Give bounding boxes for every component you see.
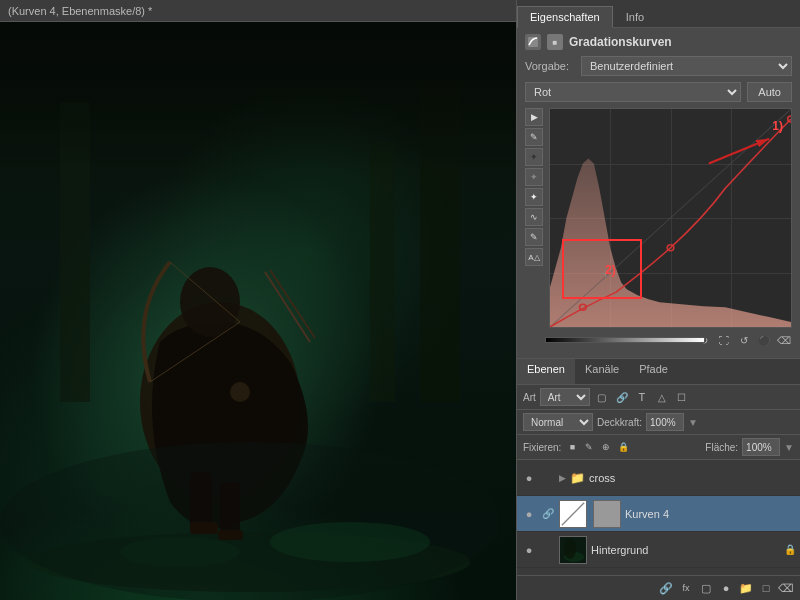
channel-select[interactable]: Rot Grün Blau RGB <box>525 82 741 102</box>
svg-point-5 <box>180 267 240 337</box>
folder-icon-cross: 📁 <box>570 471 585 485</box>
layer-item-cross[interactable]: ● ▶ 📁 cross <box>517 460 800 496</box>
tool-text[interactable]: A△ <box>525 248 543 266</box>
layer-new-icon[interactable]: ▢ <box>594 389 610 405</box>
preset-row: Vorgabe: Benutzerdefiniert <box>525 56 792 76</box>
curves-eye-icon: ■ <box>547 34 563 50</box>
curves-panel: ■ Gradationskurven Vorgabe: Benutzerdefi… <box>517 28 800 359</box>
opacity-label: Deckkraft: <box>597 417 642 428</box>
flaeche-label: Fläche: <box>705 442 738 453</box>
visibility-icon[interactable]: ⚫ <box>756 332 772 348</box>
curves-graph-container: ▶ ✎ ✦ ✦ ✦ ∿ ✎ A△ <box>525 108 792 328</box>
blend-mode-select[interactable]: Normal <box>523 413 593 431</box>
layer-eye-cross[interactable]: ● <box>521 470 537 486</box>
annotation-label-2: 2) <box>605 263 616 277</box>
tab-channels[interactable]: Kanäle <box>575 359 629 384</box>
canvas-title: (Kurven 4, Ebenenmaske/8) * <box>8 5 152 17</box>
curves-tools: ▶ ✎ ✦ ✦ ✦ ∿ ✎ A△ <box>525 108 545 328</box>
svg-point-29 <box>564 539 576 559</box>
preset-select[interactable]: Benutzerdefiniert <box>581 56 792 76</box>
trash-icon[interactable]: ⌫ <box>776 332 792 348</box>
tool-pointer[interactable]: ▶ <box>525 108 543 126</box>
layers-adjustment-icon[interactable]: ● <box>718 580 734 596</box>
layer-text-icon[interactable]: T <box>634 389 650 405</box>
layers-trash-icon[interactable]: ⌫ <box>778 580 794 596</box>
fix-position-icon[interactable]: ■ <box>565 440 579 454</box>
layer-eye-hintergrund[interactable]: ● <box>521 542 537 558</box>
flaeche-dropdown-icon[interactable]: ▼ <box>784 442 794 453</box>
panel-tabs: Eigenschaften Info <box>517 0 800 28</box>
preset-label: Vorgabe: <box>525 60 575 72</box>
channel-row: Rot Grün Blau RGB Auto <box>525 82 792 102</box>
canvas-image[interactable] <box>0 22 516 600</box>
layer-eye-kurven4[interactable]: ● <box>521 506 537 522</box>
layers-toolbar: Art Art ▢ 🔗 T △ ☐ <box>517 385 800 410</box>
layer-name-hintergrund: Hintergrund <box>591 544 780 556</box>
annotation-label-1: 1) <box>772 119 783 133</box>
layer-link-kurven4[interactable]: 🔗 <box>541 507 555 521</box>
tool-eyedropper-gray[interactable]: ✦ <box>525 168 543 186</box>
svg-point-8 <box>230 382 250 402</box>
layers-panel: Ebenen Kanäle Pfade Art Art ▢ 🔗 T △ ☐ <box>517 359 800 600</box>
folder-arrow-cross[interactable]: ▶ <box>559 473 566 483</box>
layer-lock-icon: 🔒 <box>784 544 796 555</box>
fix-row: Fixieren: ■ ✎ ⊕ 🔒 Fläche: ▼ <box>517 435 800 460</box>
art-select[interactable]: Art <box>540 388 590 406</box>
opacity-input[interactable] <box>646 413 684 431</box>
curves-bottom-bar: ↻ ⛶ ↺ ⚫ ⌫ <box>525 328 792 352</box>
layers-options: Normal Deckkraft: ▼ <box>517 410 800 435</box>
curves-title: Gradationskurven <box>569 35 672 49</box>
layers-folder-icon[interactable]: 📁 <box>738 580 754 596</box>
fix-lock-icon[interactable]: 🔒 <box>616 440 630 454</box>
tool-curve[interactable]: ∿ <box>525 208 543 226</box>
svg-rect-17 <box>190 522 218 534</box>
curves-panel-icon <box>525 34 541 50</box>
svg-point-11 <box>0 442 500 600</box>
right-panel: Eigenschaften Info ■ Gradationskurven <box>516 0 800 600</box>
fix-icons: ■ ✎ ⊕ 🔒 <box>565 440 701 454</box>
fix-brush-icon[interactable]: ✎ <box>582 440 596 454</box>
layers-new-icon[interactable]: □ <box>758 580 774 596</box>
layer-item-kurven4[interactable]: ● 🔗 Kurven 4 <box>517 496 800 532</box>
svg-line-14 <box>270 270 315 338</box>
svg-rect-16 <box>220 482 240 537</box>
tool-eyedropper-white[interactable]: ✦ <box>525 188 543 206</box>
tab-properties[interactable]: Eigenschaften <box>517 6 613 28</box>
tab-paths[interactable]: Pfade <box>629 359 678 384</box>
tab-info[interactable]: Info <box>613 6 657 28</box>
undo-icon[interactable]: ↺ <box>736 332 752 348</box>
fix-transform-icon[interactable]: ⊕ <box>599 440 613 454</box>
layers-bottom-toolbar: 🔗 fx ▢ ● 📁 □ ⌫ <box>517 575 800 600</box>
layer-shape-icon[interactable]: △ <box>654 389 670 405</box>
layer-name-cross: cross <box>589 472 796 484</box>
layer-mask-kurven4 <box>593 500 621 528</box>
flaeche-input[interactable] <box>742 438 780 456</box>
svg-rect-2 <box>370 142 395 402</box>
tool-pen[interactable]: ✎ <box>525 128 543 146</box>
tab-layers[interactable]: Ebenen <box>517 359 575 384</box>
tool-pencil[interactable]: ✎ <box>525 228 543 246</box>
curves-graph[interactable]: + 1) 2) <box>549 108 792 328</box>
layer-link-icon[interactable]: 🔗 <box>614 389 630 405</box>
art-label: Art <box>523 392 536 403</box>
auto-button[interactable]: Auto <box>747 82 792 102</box>
gradient-bar <box>545 337 705 343</box>
layers-mask-add-icon[interactable]: ▢ <box>698 580 714 596</box>
layer-thumb-kurven4 <box>559 500 587 528</box>
layer-item-hintergrund[interactable]: ● Hintergrund 🔒 <box>517 532 800 568</box>
layers-fx-icon[interactable]: fx <box>678 580 694 596</box>
layers-tabs: Ebenen Kanäle Pfade <box>517 359 800 385</box>
eyedropper-icon[interactable]: ⛶ <box>716 332 732 348</box>
canvas-area: (Kurven 4, Ebenenmaske/8) * <box>0 0 516 600</box>
svg-rect-18 <box>218 530 243 540</box>
svg-rect-12 <box>0 22 516 172</box>
opacity-dropdown-icon[interactable]: ▼ <box>688 417 698 428</box>
layer-mask-icon[interactable]: ☐ <box>674 389 690 405</box>
tool-eyedropper-black[interactable]: ✦ <box>525 148 543 166</box>
curves-header: ■ Gradationskurven <box>525 34 792 50</box>
layer-thumb-hintergrund <box>559 536 587 564</box>
layer-name-kurven4: Kurven 4 <box>625 508 796 520</box>
layers-list: ● ▶ 📁 cross ● 🔗 <box>517 460 800 575</box>
layers-link-icon[interactable]: 🔗 <box>658 580 674 596</box>
canvas-title-bar: (Kurven 4, Ebenenmaske/8) * <box>0 0 516 22</box>
